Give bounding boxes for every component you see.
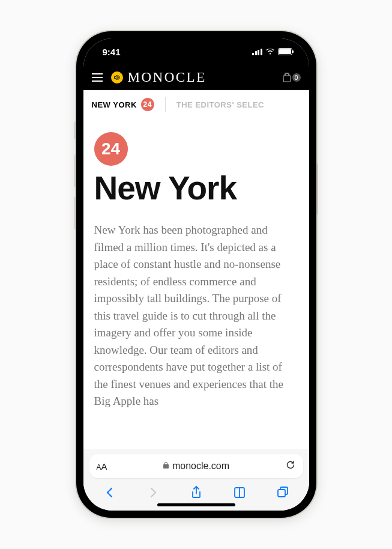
url-domain: monocle.com [172, 461, 229, 472]
wifi-icon [265, 47, 275, 57]
svg-rect-0 [278, 490, 285, 497]
url-pill[interactable]: AA monocle.com [89, 454, 303, 478]
volume-down-button [74, 196, 76, 229]
cellular-signal-icon [252, 49, 262, 55]
article-body: New York has been photographed and filme… [94, 222, 298, 410]
iphone-frame: 9:41 MONOCLE 0 [76, 31, 316, 518]
screen: 9:41 MONOCLE 0 [83, 38, 309, 511]
reload-button[interactable] [285, 460, 296, 473]
notch [151, 38, 241, 56]
subnav-primary-badge: 24 [141, 98, 154, 111]
power-button [316, 163, 318, 214]
shopping-bag-button[interactable]: 0 [283, 73, 301, 82]
home-indicator[interactable] [157, 503, 235, 506]
subnav-primary[interactable]: NEW YORK 24 [92, 98, 154, 111]
text-size-button[interactable]: AA [97, 461, 107, 472]
forward-button [145, 486, 161, 499]
tabs-button[interactable] [274, 486, 291, 499]
share-button[interactable] [188, 486, 205, 499]
status-time: 9:41 [103, 47, 121, 57]
volume-up-button [74, 154, 76, 187]
lock-icon [163, 461, 169, 472]
url-display[interactable]: monocle.com [107, 461, 285, 472]
subnav-separator [165, 97, 166, 112]
brand-logo[interactable]: MONOCLE [128, 70, 283, 85]
safari-url-bar: AA monocle.com [83, 449, 309, 482]
ring-switch [74, 121, 76, 139]
site-header: MONOCLE 0 [83, 65, 309, 90]
logo-sound-icon[interactable] [111, 71, 123, 83]
subnav: NEW YORK 24 THE EDITORS' SELEC [83, 90, 309, 119]
status-right [252, 47, 292, 57]
menu-button[interactable] [92, 73, 103, 82]
subnav-primary-label: NEW YORK [92, 100, 137, 109]
subnav-secondary[interactable]: THE EDITORS' SELEC [176, 100, 264, 109]
back-button[interactable] [101, 486, 118, 499]
battery-icon [278, 48, 292, 55]
bookmarks-button[interactable] [231, 486, 248, 499]
article-badge: 24 [94, 132, 128, 166]
article-content[interactable]: 24 New York New York has been photograph… [83, 119, 309, 449]
article-title: New York [94, 172, 298, 205]
bag-count-badge: 0 [292, 73, 301, 82]
